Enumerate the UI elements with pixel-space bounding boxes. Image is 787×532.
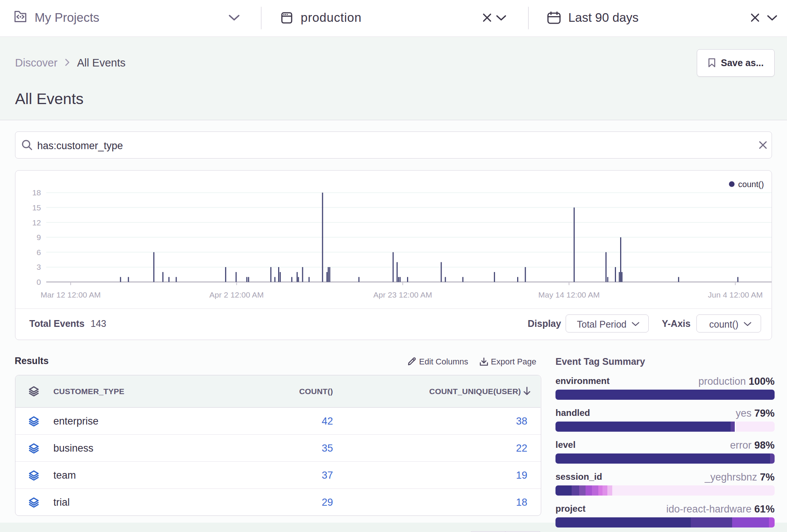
svg-text:18: 18	[32, 188, 41, 197]
svg-text:Mar 12 12:00 AM: Mar 12 12:00 AM	[41, 290, 101, 299]
svg-text:May 14 12:00 AM: May 14 12:00 AM	[538, 290, 599, 299]
svg-text:Apr 23 12:00 AM: Apr 23 12:00 AM	[373, 290, 432, 299]
svg-text:0: 0	[36, 278, 41, 286]
svg-text:3: 3	[36, 263, 41, 271]
svg-text:9: 9	[36, 233, 41, 242]
svg-text:12: 12	[32, 218, 41, 227]
svg-text:count(): count()	[738, 180, 764, 189]
svg-text:Jun 4 12:00 AM: Jun 4 12:00 AM	[708, 290, 763, 299]
svg-text:6: 6	[36, 248, 41, 257]
svg-text:15: 15	[32, 203, 41, 212]
svg-text:Apr 2 12:00 AM: Apr 2 12:00 AM	[209, 290, 264, 299]
